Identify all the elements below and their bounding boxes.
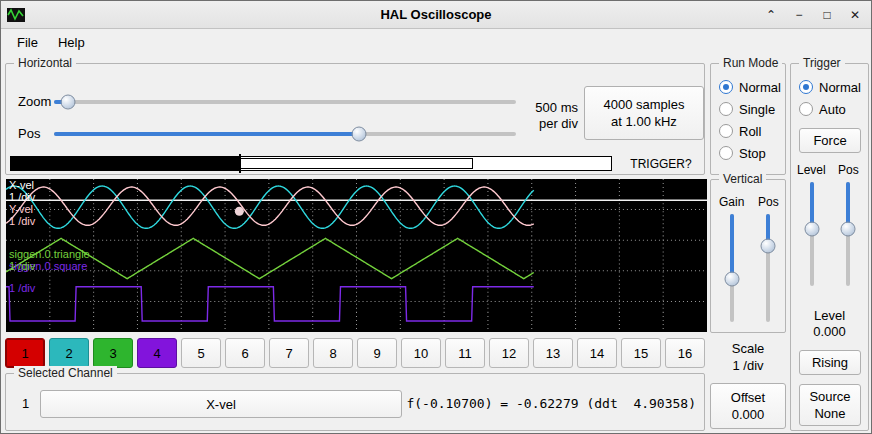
- run-mode-option-normal[interactable]: Normal: [719, 76, 781, 98]
- channel-button-14[interactable]: 14: [577, 338, 617, 368]
- zoom-label: Zoom: [18, 94, 51, 110]
- trigger-group-title: Trigger: [799, 56, 845, 70]
- channel-button-1[interactable]: 1: [5, 338, 45, 368]
- selected-channel-title: Selected Channel: [14, 366, 117, 380]
- record-position-bar[interactable]: [10, 156, 612, 171]
- vertical-group-title: Vertical: [719, 172, 766, 186]
- rate-line-2: per div: [514, 116, 578, 132]
- close-button[interactable]: ✕: [847, 7, 863, 23]
- scope-display: X-vel1 /divY-vel1 /divsiggen.0.triangles…: [6, 179, 707, 332]
- channel-button-4[interactable]: 4: [137, 338, 177, 368]
- trigger-edge-button[interactable]: Rising: [799, 350, 861, 375]
- trigger-edge-label: Rising: [812, 354, 848, 371]
- trigger-option-auto[interactable]: Auto: [799, 98, 861, 120]
- channel-button-13[interactable]: 13: [533, 338, 573, 368]
- channel-button-3[interactable]: 3: [93, 338, 133, 368]
- scope-label: 1 /div: [9, 215, 36, 227]
- horizontal-pos-slider[interactable]: [54, 126, 516, 142]
- scope-label: 1 /div: [9, 282, 36, 294]
- gain-slider-handle[interactable]: [725, 271, 740, 286]
- waveform-X-vel: [6, 186, 534, 228]
- channel-button-16[interactable]: 16: [665, 338, 705, 368]
- radio-label: Normal: [739, 80, 781, 95]
- trigger-level-slider[interactable]: [804, 182, 820, 286]
- horizontal-group-title: Horizontal: [14, 56, 76, 70]
- run-mode-option-stop[interactable]: Stop: [719, 142, 781, 164]
- zoom-slider-handle[interactable]: [60, 95, 75, 110]
- pos-label: Pos: [18, 126, 40, 142]
- channel-name-label: X-vel: [206, 396, 236, 413]
- scale-value: 1 /div: [710, 358, 786, 374]
- gain-slider[interactable]: [724, 214, 740, 322]
- channel-button-15[interactable]: 15: [621, 338, 661, 368]
- sample-rate-display: 500 ms per div: [514, 100, 578, 132]
- gain-label: Gain: [719, 194, 744, 210]
- pos-slider-fill: [54, 132, 359, 136]
- vertical-pos-label: Pos: [758, 194, 779, 210]
- maximize-button[interactable]: □: [819, 7, 835, 23]
- waveform-siggen.0.square: [6, 287, 534, 321]
- channel-button-9[interactable]: 9: [357, 338, 397, 368]
- vertical-pos-slider[interactable]: [760, 214, 776, 322]
- samples-button[interactable]: 4000 samples at 1.00 kHz: [584, 86, 704, 140]
- trigger-level-caption: Level: [791, 308, 868, 324]
- radio-label: Roll: [739, 124, 761, 139]
- scope-label: siggen.0.triangle: [9, 247, 90, 259]
- radio-label: Normal: [819, 80, 861, 95]
- radio-label: Single: [739, 102, 775, 117]
- channel-button-11[interactable]: 11: [445, 338, 485, 368]
- scope-canvas: X-vel1 /divY-vel1 /divsiggen.0.triangles…: [6, 179, 707, 332]
- channel-name-button[interactable]: X-vel: [40, 390, 402, 418]
- trigger-pos-handle[interactable]: [841, 221, 856, 236]
- value-readout: f(-0.10700) = -0.62279 (ddt 4.90358): [406, 396, 696, 411]
- menu-file[interactable]: File: [9, 32, 46, 53]
- app-icon[interactable]: [7, 6, 25, 24]
- trigger-pos-slider[interactable]: [840, 182, 856, 286]
- scope-label: X-vel: [9, 179, 34, 191]
- offset-label: Offset: [731, 389, 765, 406]
- channel-button-12[interactable]: 12: [489, 338, 529, 368]
- offset-box[interactable]: Offset 0.000: [710, 383, 786, 429]
- menubar: File Help: [1, 30, 871, 55]
- pos-slider-handle[interactable]: [351, 127, 366, 142]
- channel-buttons: 12345678910111213141516: [5, 338, 709, 368]
- channel-button-10[interactable]: 10: [401, 338, 441, 368]
- trigger-level-value: 0.000: [791, 324, 868, 340]
- titlebar: HAL Oscilloscope ⌃ − □ ✕: [1, 1, 871, 29]
- offset-value: 0.000: [732, 406, 765, 423]
- radio-icon: [799, 80, 813, 94]
- trigger-level-label: Level: [797, 162, 826, 178]
- samples-line-2: at 1.00 kHz: [611, 113, 677, 130]
- trigger-options: NormalAuto: [799, 76, 861, 120]
- channel-button-5[interactable]: 5: [181, 338, 221, 368]
- channel-button-8[interactable]: 8: [313, 338, 353, 368]
- run-mode-option-single[interactable]: Single: [719, 98, 781, 120]
- scope-label: Y-vel: [9, 203, 33, 215]
- channel-button-7[interactable]: 7: [269, 338, 309, 368]
- zoom-slider-track: [54, 100, 516, 104]
- zoom-slider[interactable]: [54, 94, 516, 110]
- radio-label: Stop: [739, 146, 766, 161]
- record-filled: [11, 157, 239, 170]
- gain-slider-fill: [730, 214, 734, 279]
- rate-line-1: 500 ms: [514, 100, 578, 116]
- trigger-level-handle[interactable]: [805, 221, 820, 236]
- radio-icon: [719, 124, 733, 138]
- vertical-pos-handle[interactable]: [761, 239, 776, 254]
- run-mode-group-title: Run Mode: [719, 56, 782, 70]
- minimize-button[interactable]: −: [791, 7, 807, 23]
- samples-line-1: 4000 samples: [604, 96, 685, 113]
- trigger-group: Trigger NormalAuto Force Level Pos Level…: [790, 63, 869, 431]
- run-mode-option-roll[interactable]: Roll: [719, 120, 781, 142]
- run-mode-options: NormalSingleRollStop: [719, 76, 781, 164]
- scope-label: 1 /div: [9, 260, 36, 272]
- force-button[interactable]: Force: [799, 128, 861, 153]
- menu-help[interactable]: Help: [50, 32, 93, 53]
- selected-channel-number: 1: [22, 396, 29, 412]
- channel-button-6[interactable]: 6: [225, 338, 265, 368]
- trigger-position-marker: [239, 154, 241, 173]
- channel-button-2[interactable]: 2: [49, 338, 89, 368]
- shade-button[interactable]: ⌃: [763, 7, 779, 23]
- trigger-option-normal[interactable]: Normal: [799, 76, 861, 98]
- trigger-source-button[interactable]: Source None: [799, 384, 861, 426]
